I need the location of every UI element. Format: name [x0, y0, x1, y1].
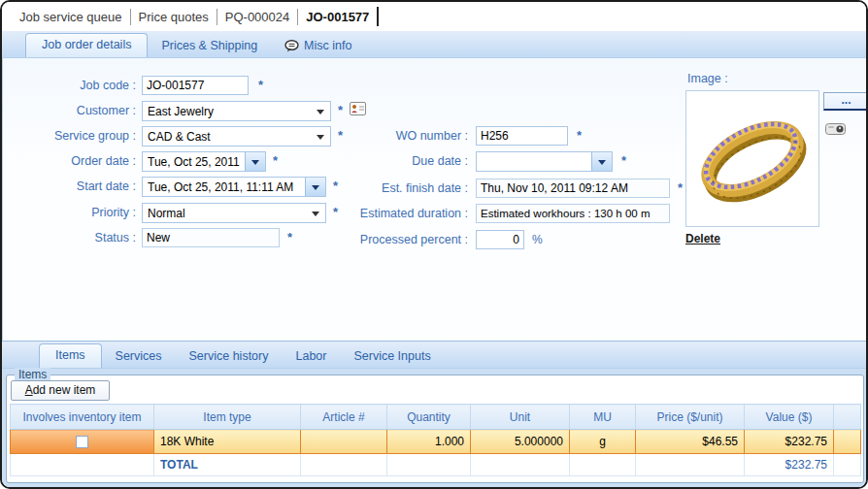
order-date-picker[interactable]: Tue, Oct 25, 2011 [142, 151, 266, 172]
top-tab-pq-000024[interactable]: PQ-000024 [217, 10, 298, 24]
tab-service-inputs[interactable]: Service Inputs [340, 345, 444, 368]
customer-label: Customer : [10, 101, 136, 120]
priority-combo[interactable]: Normal [142, 203, 326, 223]
processed-percent-field[interactable]: 0 [476, 230, 524, 249]
tab-misc-info[interactable]: Misc info [271, 35, 365, 57]
total-empty-cell [301, 454, 387, 476]
items-table-header-row: Involves inventory item Item type Articl… [11, 405, 861, 430]
empty-cell [834, 430, 861, 454]
bottom-tab-bar: Items Services Service history Labor Ser… [2, 342, 866, 369]
col-price-per-unit[interactable]: Price ($/unit) [636, 405, 745, 430]
sub-tab-bar: Job order details Prices & Shipping Misc… [2, 31, 866, 58]
estimated-duration-label: Estimated duration : [332, 204, 468, 223]
col-empty [834, 405, 861, 430]
required-marker: * [287, 228, 292, 247]
col-article[interactable]: Article # [301, 405, 387, 430]
tab-job-order-details[interactable]: Job order details [25, 33, 148, 57]
browse-image-button[interactable]: ... [823, 92, 868, 111]
status-field[interactable]: New [142, 228, 280, 247]
calendar-dropdown-icon[interactable] [245, 152, 265, 171]
total-empty-cell [471, 454, 570, 476]
required-marker: * [258, 76, 263, 95]
involves-inventory-cell[interactable] [11, 430, 154, 454]
total-empty-cell [834, 454, 861, 476]
total-value-cell: $232.75 [745, 454, 834, 476]
start-date-picker[interactable]: Tue, Oct 25, 2011, 11:11 AM [142, 177, 326, 197]
item-image-box [685, 90, 819, 227]
job-order-details-panel: Job code : JO-001577 * Customer : East J… [2, 58, 868, 342]
col-unit[interactable]: Unit [471, 405, 570, 430]
est-finish-date-field[interactable]: Thu, Nov 10, 2011 09:12 AM [476, 179, 670, 198]
chevron-down-icon [312, 212, 319, 216]
unit-cell[interactable]: 5.000000 [471, 430, 570, 454]
service-group-combo[interactable]: CAD & Cast [142, 126, 331, 147]
mu-cell[interactable]: g [570, 430, 636, 454]
required-marker: * [273, 151, 278, 171]
total-row: TOTAL $232.75 [11, 454, 861, 476]
service-group-label: Service group : [10, 126, 136, 146]
delete-image-link[interactable]: Delete [685, 232, 720, 245]
ring-image [686, 91, 818, 226]
total-empty-cell [387, 454, 471, 476]
total-empty-cell [11, 454, 154, 476]
value-cell[interactable]: $232.75 [745, 430, 834, 454]
chevron-down-icon [317, 135, 324, 140]
estimated-duration-field: Estimated workhours : 130 h 00 m [476, 204, 670, 223]
items-groupbox: Items Add new item Involves inventory it… [6, 375, 864, 483]
customer-combo[interactable]: East Jewelry [142, 101, 331, 121]
total-label-cell: TOTAL [154, 454, 301, 476]
speech-bubble-icon [284, 40, 299, 52]
tab-prices-shipping[interactable]: Prices & Shipping [148, 35, 271, 57]
image-label: Image : [687, 72, 728, 85]
quantity-cell[interactable]: 1.000 [387, 430, 471, 454]
order-date-label: Order date : [10, 151, 136, 171]
est-finish-date-label: Est. finish date : [332, 179, 468, 198]
job-order-window: Job service queue Price quotes PQ-000024… [0, 0, 868, 489]
involves-inventory-checkbox[interactable] [76, 436, 88, 448]
items-table: Involves inventory item Item type Articl… [10, 404, 861, 476]
top-tab-job-service-queue[interactable]: Job service queue [12, 10, 130, 24]
top-tab-strip: Job service queue Price quotes PQ-000024… [2, 2, 866, 31]
priority-label: Priority : [10, 203, 136, 222]
camera-icon [825, 122, 847, 136]
required-marker: * [338, 101, 343, 120]
top-tab-price-quotes[interactable]: Price quotes [131, 10, 217, 24]
tab-misc-info-label: Misc info [304, 39, 351, 52]
customer-card-button[interactable] [350, 102, 366, 119]
add-new-item-button[interactable]: Add new item [11, 380, 110, 401]
chevron-down-icon [317, 110, 324, 114]
col-quantity[interactable]: Quantity [387, 405, 471, 430]
tab-divider [377, 7, 379, 26]
start-date-label: Start date : [10, 177, 136, 196]
top-tab-jo-001577[interactable]: JO-001577 [298, 10, 377, 24]
calendar-dropdown-icon[interactable] [591, 152, 612, 171]
tab-labor[interactable]: Labor [282, 345, 340, 368]
items-groupbox-title: Items [15, 368, 50, 381]
total-empty-cell [570, 454, 636, 476]
status-label: Status : [10, 228, 136, 247]
price-cell[interactable]: $46.55 [636, 430, 745, 454]
article-cell[interactable] [301, 430, 387, 454]
total-empty-cell [636, 454, 745, 476]
item-type-cell[interactable]: 18K White [154, 430, 301, 454]
due-date-label: Due date : [332, 151, 468, 171]
col-mu[interactable]: MU [570, 405, 636, 430]
wo-number-field[interactable]: H256 [476, 126, 568, 146]
contact-card-icon [350, 102, 366, 115]
col-involves-inventory-item[interactable]: Involves inventory item [11, 405, 154, 430]
processed-percent-label: Processed percent : [332, 230, 468, 249]
wo-number-label: WO number : [332, 126, 468, 146]
tab-items[interactable]: Items [39, 343, 102, 368]
required-marker: * [577, 126, 582, 146]
required-marker: * [678, 179, 683, 198]
capture-image-button[interactable] [825, 122, 847, 140]
col-item-type[interactable]: Item type [154, 405, 301, 430]
col-value[interactable]: Value ($) [745, 405, 834, 430]
due-date-picker[interactable] [476, 151, 613, 172]
table-row: 18K White 1.000 5.000000 g $46.55 $232.7… [11, 430, 861, 454]
percent-suffix: % [532, 230, 543, 249]
tab-services[interactable]: Services [102, 345, 176, 368]
job-code-field[interactable]: JO-001577 [142, 76, 249, 95]
calendar-dropdown-icon[interactable] [305, 178, 325, 196]
tab-service-history[interactable]: Service history [176, 345, 283, 368]
